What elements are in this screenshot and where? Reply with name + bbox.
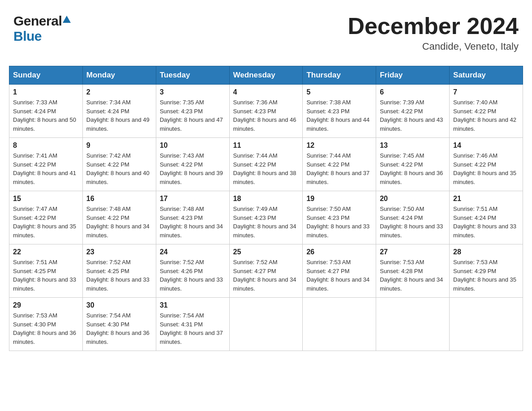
calendar-week-row: 29 Sunrise: 7:53 AM Sunset: 4:30 PM Dayl… <box>9 298 523 351</box>
sunrise-label: Sunrise: 7:41 AM <box>13 152 57 159</box>
day-number: 9 <box>86 141 152 150</box>
sunset-label: Sunset: 4:24 PM <box>380 214 423 221</box>
calendar-day-cell: 24 Sunrise: 7:52 AM Sunset: 4:26 PM Dayl… <box>156 244 229 298</box>
calendar-day-cell: 22 Sunrise: 7:51 AM Sunset: 4:25 PM Dayl… <box>9 244 83 298</box>
sunset-label: Sunset: 4:22 PM <box>453 108 496 115</box>
sunrise-label: Sunrise: 7:49 AM <box>233 206 278 212</box>
day-number: 25 <box>233 248 299 256</box>
day-number: 19 <box>306 195 372 203</box>
day-number: 1 <box>13 88 79 96</box>
day-info: Sunrise: 7:51 AM Sunset: 4:25 PM Dayligh… <box>13 258 79 293</box>
sunrise-label: Sunrise: 7:50 AM <box>380 206 424 212</box>
sunrise-label: Sunrise: 7:44 AM <box>233 152 278 159</box>
sunrise-label: Sunrise: 7:33 AM <box>13 99 57 106</box>
calendar-day-cell: 11 Sunrise: 7:44 AM Sunset: 4:22 PM Dayl… <box>229 138 303 191</box>
day-number: 18 <box>233 195 299 203</box>
calendar-header: SundayMondayTuesdayWednesdayThursdayFrid… <box>9 66 523 85</box>
day-info: Sunrise: 7:44 AM Sunset: 4:22 PM Dayligh… <box>233 151 299 186</box>
day-number: 16 <box>86 195 152 203</box>
day-info: Sunrise: 7:52 AM Sunset: 4:25 PM Dayligh… <box>86 258 152 293</box>
days-of-week-row: SundayMondayTuesdayWednesdayThursdayFrid… <box>9 66 523 85</box>
daylight-label: Daylight: 8 hours and 34 minutes. <box>306 276 369 292</box>
sunrise-label: Sunrise: 7:48 AM <box>86 206 131 212</box>
day-number: 6 <box>380 88 446 96</box>
day-number: 2 <box>86 88 152 96</box>
day-info: Sunrise: 7:45 AM Sunset: 4:22 PM Dayligh… <box>380 151 446 186</box>
day-number: 15 <box>13 195 79 203</box>
day-number: 29 <box>13 301 79 309</box>
calendar-day-cell <box>229 298 303 351</box>
day-of-week-header: Sunday <box>9 66 83 85</box>
calendar-day-cell: 3 Sunrise: 7:35 AM Sunset: 4:23 PM Dayli… <box>156 85 229 138</box>
calendar-table: SundayMondayTuesdayWednesdayThursdayFrid… <box>9 66 523 351</box>
daylight-label: Daylight: 8 hours and 36 minutes. <box>86 330 150 345</box>
calendar-day-cell: 12 Sunrise: 7:44 AM Sunset: 4:22 PM Dayl… <box>303 138 376 191</box>
calendar-day-cell: 7 Sunrise: 7:40 AM Sunset: 4:22 PM Dayli… <box>450 85 523 138</box>
daylight-label: Daylight: 8 hours and 44 minutes. <box>306 116 369 132</box>
sunrise-label: Sunrise: 7:34 AM <box>86 99 131 106</box>
day-info: Sunrise: 7:53 AM Sunset: 4:30 PM Dayligh… <box>13 311 79 346</box>
sunset-label: Sunset: 4:26 PM <box>160 268 203 274</box>
day-info: Sunrise: 7:41 AM Sunset: 4:22 PM Dayligh… <box>13 151 79 186</box>
day-info: Sunrise: 7:52 AM Sunset: 4:26 PM Dayligh… <box>160 258 226 293</box>
daylight-label: Daylight: 8 hours and 33 minutes. <box>86 276 150 292</box>
day-of-week-header: Friday <box>376 66 450 85</box>
day-info: Sunrise: 7:50 AM Sunset: 4:24 PM Dayligh… <box>380 205 446 240</box>
sunset-label: Sunset: 4:23 PM <box>160 108 203 115</box>
day-number: 21 <box>453 195 519 203</box>
sunrise-label: Sunrise: 7:48 AM <box>160 206 204 212</box>
logo: General Blue <box>13 13 71 44</box>
daylight-label: Daylight: 8 hours and 37 minutes. <box>306 170 369 185</box>
day-of-week-header: Wednesday <box>229 66 303 85</box>
sunrise-label: Sunrise: 7:45 AM <box>380 152 424 159</box>
day-number: 22 <box>13 248 79 256</box>
calendar-day-cell <box>303 298 376 351</box>
daylight-label: Daylight: 8 hours and 36 minutes. <box>380 170 443 185</box>
calendar-day-cell: 21 Sunrise: 7:51 AM Sunset: 4:24 PM Dayl… <box>450 191 523 244</box>
day-of-week-header: Monday <box>82 66 156 85</box>
sunrise-label: Sunrise: 7:46 AM <box>453 152 498 159</box>
day-info: Sunrise: 7:49 AM Sunset: 4:23 PM Dayligh… <box>233 205 299 240</box>
daylight-label: Daylight: 8 hours and 36 minutes. <box>13 330 76 345</box>
day-info: Sunrise: 7:53 AM Sunset: 4:29 PM Dayligh… <box>453 258 519 293</box>
sunset-label: Sunset: 4:22 PM <box>86 214 129 221</box>
calendar-day-cell: 17 Sunrise: 7:48 AM Sunset: 4:23 PM Dayl… <box>156 191 229 244</box>
daylight-label: Daylight: 8 hours and 42 minutes. <box>453 116 516 132</box>
sunrise-label: Sunrise: 7:35 AM <box>160 99 204 106</box>
sunrise-label: Sunrise: 7:54 AM <box>160 312 204 319</box>
day-number: 31 <box>160 301 226 309</box>
daylight-label: Daylight: 8 hours and 46 minutes. <box>233 116 296 132</box>
calendar-day-cell: 26 Sunrise: 7:53 AM Sunset: 4:27 PM Dayl… <box>303 244 376 298</box>
day-number: 13 <box>380 141 446 150</box>
daylight-label: Daylight: 8 hours and 34 minutes. <box>160 223 223 239</box>
svg-marker-0 <box>63 16 71 23</box>
day-info: Sunrise: 7:51 AM Sunset: 4:24 PM Dayligh… <box>453 205 519 240</box>
calendar-day-cell: 30 Sunrise: 7:54 AM Sunset: 4:30 PM Dayl… <box>82 298 156 351</box>
page-header: General Blue December 2024 Candide, Vene… <box>9 9 523 57</box>
sunset-label: Sunset: 4:22 PM <box>453 161 496 168</box>
sunset-label: Sunset: 4:23 PM <box>306 108 349 115</box>
sunrise-label: Sunrise: 7:43 AM <box>160 152 204 159</box>
day-of-week-header: Tuesday <box>156 66 229 85</box>
day-number: 11 <box>233 141 299 150</box>
calendar-day-cell: 31 Sunrise: 7:54 AM Sunset: 4:31 PM Dayl… <box>156 298 229 351</box>
logo-triangle-icon <box>63 15 71 25</box>
day-number: 8 <box>13 141 79 150</box>
day-number: 30 <box>86 301 152 309</box>
day-number: 24 <box>160 248 226 256</box>
sunrise-label: Sunrise: 7:36 AM <box>233 99 278 106</box>
daylight-label: Daylight: 8 hours and 34 minutes. <box>380 276 443 292</box>
sunset-label: Sunset: 4:22 PM <box>380 161 423 168</box>
daylight-label: Daylight: 8 hours and 37 minutes. <box>160 330 223 345</box>
daylight-label: Daylight: 8 hours and 33 minutes. <box>380 223 443 239</box>
day-number: 3 <box>160 88 226 96</box>
sunset-label: Sunset: 4:31 PM <box>160 321 203 328</box>
sunrise-label: Sunrise: 7:53 AM <box>13 312 57 319</box>
calendar-day-cell: 25 Sunrise: 7:52 AM Sunset: 4:27 PM Dayl… <box>229 244 303 298</box>
calendar-day-cell <box>450 298 523 351</box>
day-number: 17 <box>160 195 226 203</box>
sunset-label: Sunset: 4:22 PM <box>13 161 56 168</box>
calendar-day-cell: 23 Sunrise: 7:52 AM Sunset: 4:25 PM Dayl… <box>82 244 156 298</box>
day-number: 28 <box>453 248 519 256</box>
daylight-label: Daylight: 8 hours and 33 minutes. <box>13 276 76 292</box>
